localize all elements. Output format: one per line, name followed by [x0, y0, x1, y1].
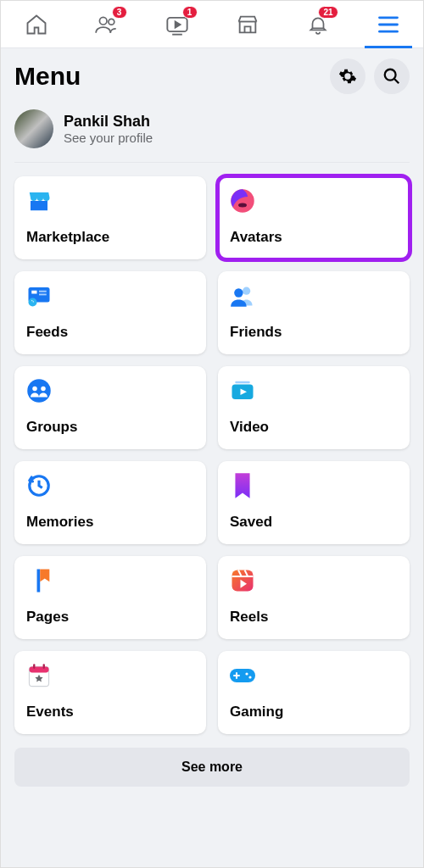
- svg-point-1: [108, 19, 114, 25]
- shortcut-label: Friends: [230, 324, 398, 341]
- svg-point-14: [29, 298, 37, 307]
- shortcut-memories[interactable]: Memories: [14, 461, 206, 544]
- home-icon: [25, 13, 48, 36]
- gear-icon: [338, 67, 357, 86]
- nav-marketplace[interactable]: [231, 8, 265, 42]
- gaming-icon: [230, 663, 255, 688]
- header-actions: [330, 58, 410, 94]
- reels-icon: [230, 568, 255, 593]
- shortcut-pages[interactable]: Pages: [14, 556, 206, 639]
- nav-watch[interactable]: 1: [160, 8, 194, 42]
- nav-friends-badge: 3: [112, 6, 127, 19]
- saved-icon: [230, 473, 255, 498]
- shortcut-label: Gaming: [230, 704, 398, 721]
- see-more-button[interactable]: See more: [14, 748, 410, 787]
- groups-icon: [26, 378, 52, 403]
- shortcut-label: Saved: [230, 514, 398, 531]
- avatars-icon: [230, 188, 255, 214]
- settings-button[interactable]: [330, 58, 365, 94]
- svg-rect-11: [31, 291, 36, 294]
- pages-icon: [26, 568, 52, 593]
- marketplace-icon: [236, 13, 259, 36]
- shortcut-label: Memories: [26, 514, 194, 531]
- shortcut-label: Avatars: [230, 229, 398, 246]
- svg-line-7: [394, 79, 399, 84]
- svg-rect-27: [33, 664, 35, 669]
- shortcuts-grid: Marketplace Avatars Feeds Friends Groups: [14, 176, 410, 734]
- svg-rect-12: [39, 291, 47, 292]
- nav-notifications-badge: 21: [318, 6, 338, 19]
- svg-point-9: [238, 203, 247, 208]
- shortcut-avatars[interactable]: Avatars: [218, 176, 410, 259]
- shortcut-friends[interactable]: Friends: [218, 271, 410, 354]
- nav-friends[interactable]: 3: [90, 8, 124, 42]
- svg-point-15: [243, 287, 250, 295]
- svg-point-18: [32, 387, 37, 392]
- svg-point-0: [99, 17, 107, 25]
- menu-header: Menu: [14, 58, 410, 94]
- svg-point-19: [41, 387, 46, 392]
- shortcut-label: Marketplace: [26, 229, 194, 246]
- video-icon: [230, 378, 255, 403]
- friends-icon: [230, 283, 255, 309]
- shortcut-label: Feeds: [26, 324, 194, 341]
- svg-rect-13: [39, 294, 47, 296]
- shortcut-events[interactable]: Events: [14, 651, 206, 734]
- shortcut-label: Events: [26, 704, 194, 721]
- shortcut-label: Reels: [230, 609, 398, 626]
- feeds-icon: [26, 283, 52, 309]
- shortcut-saved[interactable]: Saved: [218, 461, 410, 544]
- shortcut-groups[interactable]: Groups: [14, 366, 206, 449]
- avatar: [14, 109, 53, 148]
- profile-name: Pankil Shah: [64, 113, 153, 131]
- shortcut-feeds[interactable]: Feeds: [14, 271, 206, 354]
- svg-rect-26: [29, 667, 48, 673]
- shortcut-label: Pages: [26, 609, 194, 626]
- shortcut-gaming[interactable]: Gaming: [218, 651, 410, 734]
- svg-rect-24: [232, 570, 254, 592]
- nav-home[interactable]: [20, 8, 53, 42]
- memories-icon: [26, 473, 52, 498]
- shortcut-reels[interactable]: Reels: [218, 556, 410, 639]
- nav-menu[interactable]: [371, 8, 405, 42]
- page-title: Menu: [14, 62, 81, 91]
- profile-link[interactable]: Pankil Shah See your profile: [14, 109, 410, 163]
- nav-watch-badge: 1: [182, 6, 198, 19]
- svg-point-6: [385, 70, 396, 81]
- svg-point-30: [245, 672, 248, 675]
- shortcut-label: Video: [230, 419, 398, 436]
- svg-rect-23: [37, 569, 41, 592]
- marketplace-icon: [26, 188, 52, 214]
- svg-point-16: [234, 288, 243, 297]
- hamburger-icon: [377, 14, 400, 35]
- nav-notifications[interactable]: 21: [301, 8, 335, 42]
- svg-rect-21: [235, 381, 250, 384]
- svg-rect-28: [43, 664, 45, 669]
- profile-text: Pankil Shah See your profile: [64, 113, 153, 145]
- shortcut-video[interactable]: Video: [218, 366, 410, 449]
- search-icon: [382, 67, 401, 86]
- profile-subtitle: See your profile: [64, 131, 153, 145]
- events-icon: [26, 663, 52, 688]
- svg-point-31: [248, 676, 251, 678]
- svg-point-17: [27, 379, 51, 403]
- top-navigation: 3 1 21: [1, 1, 423, 48]
- search-button[interactable]: [374, 58, 410, 94]
- shortcut-label: Groups: [26, 419, 194, 436]
- menu-content: Menu Pankil Shah See your profile: [1, 48, 423, 797]
- shortcut-marketplace[interactable]: Marketplace: [14, 176, 206, 259]
